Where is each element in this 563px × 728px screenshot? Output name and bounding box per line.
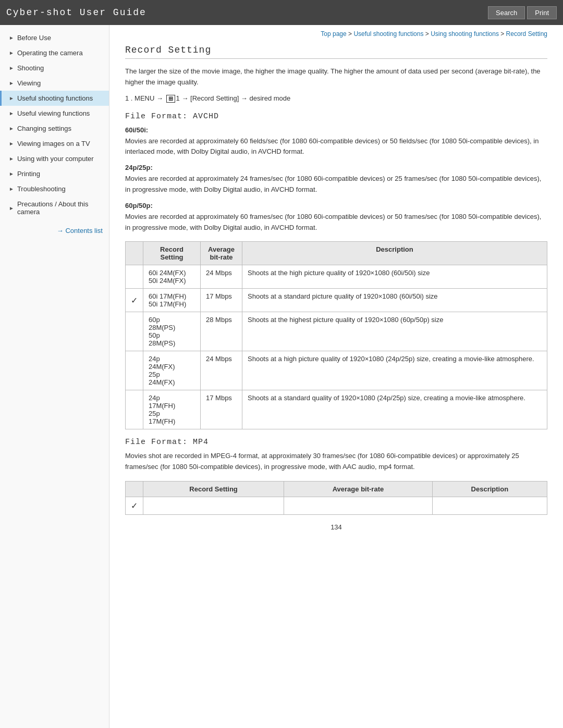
menu-instruction: 1 . MENU → ⊞1 → [Record Setting] → desir… [125,94,547,103]
sub-heading-60i50i: 60i/50i: [125,126,547,134]
arrow-icon: ► [9,186,14,192]
th-empty [126,242,143,265]
td-record-setting: 60i 24M(FX)50i 24M(FX) [143,265,201,289]
sidebar-item-label: Before Use [17,34,51,42]
th-avg-bitrate: Average bit-rate [284,481,433,497]
sidebar-item-label: Operating the camera [17,49,83,57]
breadcrumb-useful-shooting[interactable]: Useful shooting functions [353,30,423,38]
td-record-setting: 24p17M(FH)25p17M(FH) [143,390,201,429]
sidebar-item-shooting[interactable]: ► Shooting [0,60,109,76]
check-icon: ✓ [131,296,138,305]
layout: ► Before Use ► Operating the camera ► Sh… [0,25,563,728]
avchd-table: RecordSetting Averagebit-rate Descriptio… [125,241,547,429]
td-record-setting [143,497,284,514]
td-description: Shoots at the highest picture quality of… [242,312,547,351]
sidebar-footer: Contents list [0,219,109,235]
breadcrumb: Top page > Useful shooting functions > U… [125,30,547,38]
print-button[interactable]: Print [527,6,557,19]
td-record-setting: 60i 17M(FH)50i 17M(FH) [143,289,201,312]
td-avg-bitrate: 24 Mbps [201,351,242,390]
sidebar-item-viewing[interactable]: ► Viewing [0,76,109,91]
mp4-table: Record Setting Average bit-rate Descript… [125,481,547,515]
th-record-setting: RecordSetting [143,242,201,265]
mp4-text: Movies shot are recorded in MPEG-4 forma… [125,451,547,473]
td-checkmark [126,390,143,429]
table-row: ✓ 60i 17M(FH)50i 17M(FH) 17 Mbps Shoots … [126,289,547,312]
arrow-icon: ► [9,95,14,101]
sidebar-item-label: Precautions / About this camera [17,200,103,216]
sidebar-item-label: Useful shooting functions [17,94,93,102]
td-record-setting: 60p28M(PS)50p28M(PS) [143,312,201,351]
intro-text: The larger the size of the movie image, … [125,66,547,88]
td-checkmark: ✓ [126,497,143,514]
td-checkmark [126,265,143,289]
check-icon: ✓ [131,501,138,510]
sidebar-item-label: Viewing images on a TV [17,140,90,147]
contents-list-link[interactable]: Contents list [57,227,103,235]
breadcrumb-record-setting[interactable]: Record Setting [506,30,547,38]
breadcrumb-using-shooting[interactable]: Using shooting functions [431,30,499,38]
td-avg-bitrate: 17 Mbps [201,390,242,429]
sidebar-item-printing[interactable]: ► Printing [0,166,109,181]
th-avg-bitrate: Averagebit-rate [201,242,242,265]
sidebar-item-changing-settings[interactable]: ► Changing settings [0,121,109,136]
td-avg-bitrate: 17 Mbps [201,289,242,312]
td-description: Shoots at a standard quality of 1920×108… [242,390,547,429]
text-60i50i: Movies are recorded at approximately 60 … [125,136,547,158]
sidebar-item-troubleshooting[interactable]: ► Troubleshooting [0,181,109,196]
header-buttons: Search Print [488,6,557,19]
table-row: 60p28M(PS)50p28M(PS) 28 Mbps Shoots at t… [126,312,547,351]
page-title: Record Setting [125,45,547,59]
search-button[interactable]: Search [488,6,525,19]
table-row: 60i 24M(FX)50i 24M(FX) 24 Mbps Shoots at… [126,265,547,289]
sidebar-item-before-use[interactable]: ► Before Use [0,30,109,45]
sub-heading-60p50p: 60p/50p: [125,202,547,209]
sidebar-item-useful-viewing[interactable]: ► Useful viewing functions [0,106,109,121]
sidebar-item-label: Troubleshooting [17,185,66,193]
sidebar-item-operating[interactable]: ► Operating the camera [0,45,109,60]
sidebar-item-computer[interactable]: ► Using with your computer [0,151,109,166]
sidebar-item-label: Shooting [17,64,44,72]
sidebar-item-label: Useful viewing functions [17,109,90,117]
sidebar-item-label: Printing [17,170,40,178]
arrow-icon: ► [9,141,14,146]
text-60p50p: Movies are recorded at approximately 60 … [125,212,547,233]
arrow-icon: ► [9,171,14,177]
arrow-icon: ► [9,156,14,162]
avchd-section-heading: File Format: AVCHD [125,112,547,121]
table-row: 24p24M(FX)25p24M(FX) 24 Mbps Shoots at a… [126,351,547,390]
mp4-section-heading: File Format: MP4 [125,438,547,447]
td-description: Shoots at the high picture quality of 19… [242,265,547,289]
breadcrumb-top[interactable]: Top page [321,30,346,38]
td-checkmark: ✓ [126,289,143,312]
td-avg-bitrate [284,497,433,514]
sidebar-item-viewing-tv[interactable]: ► Viewing images on a TV [0,136,109,151]
sub-heading-24p25p: 24p/25p: [125,164,547,171]
sidebar-item-label: Changing settings [17,125,71,132]
td-description: Shoots at a high picture quality of 1920… [242,351,547,390]
th-record-setting: Record Setting [143,481,284,497]
td-avg-bitrate: 28 Mbps [201,312,242,351]
sidebar-item-useful-shooting[interactable]: ► Useful shooting functions [0,91,109,106]
arrow-icon: ► [9,35,14,41]
td-description [432,497,547,514]
app-title: Cyber-shot User Guide [6,7,146,18]
arrow-icon: ► [9,65,14,71]
td-checkmark [126,351,143,390]
td-avg-bitrate: 24 Mbps [201,265,242,289]
arrow-icon: ► [9,205,14,211]
arrow-icon: ► [9,50,14,56]
th-empty [126,481,143,497]
sidebar: ► Before Use ► Operating the camera ► Sh… [0,25,109,728]
sidebar-item-precautions[interactable]: ► Precautions / About this camera [0,196,109,219]
table-row: ✓ [126,497,547,514]
sidebar-item-label: Using with your computer [17,155,94,163]
td-checkmark [126,312,143,351]
text-24p25p: Movies are recorded at approximately 24 … [125,174,547,195]
arrow-icon: ► [9,80,14,86]
arrow-icon: ► [9,126,14,131]
header: Cyber-shot User Guide Search Print [0,0,563,25]
main-content: Top page > Useful shooting functions > U… [109,25,563,728]
table-row: 24p17M(FH)25p17M(FH) 17 Mbps Shoots at a… [126,390,547,429]
td-record-setting: 24p24M(FX)25p24M(FX) [143,351,201,390]
